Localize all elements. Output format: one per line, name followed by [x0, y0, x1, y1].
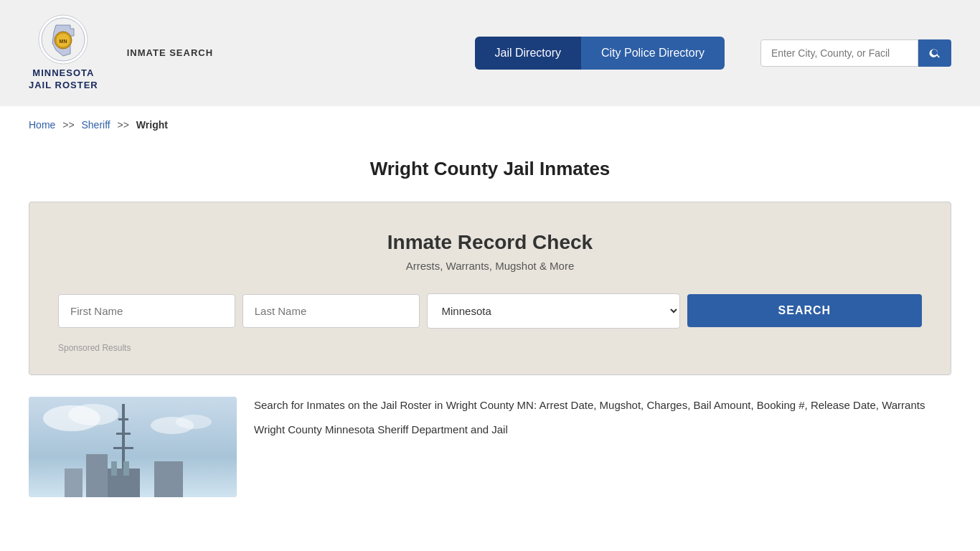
content-illustration: [29, 397, 237, 497]
svg-rect-12: [116, 433, 131, 435]
header-search-button[interactable]: [918, 39, 951, 67]
content-text: Search for Inmates on the Jail Roster in…: [254, 397, 951, 497]
state-select[interactable]: AlabamaAlaskaArizonaArkansasCaliforniaCo…: [427, 293, 680, 329]
content-image-inner: [29, 397, 237, 497]
city-police-directory-button[interactable]: City Police Directory: [581, 37, 725, 70]
svg-text:MN: MN: [60, 39, 67, 44]
breadcrumb-current: Wright: [136, 119, 168, 131]
breadcrumb-separator-1: >>: [62, 119, 74, 131]
svg-point-7: [68, 404, 118, 425]
header-search-bar: [760, 39, 951, 67]
breadcrumb-separator-2: >>: [118, 119, 129, 131]
sponsored-results-label: Sponsored Results: [58, 343, 922, 353]
header-search-input[interactable]: [760, 39, 918, 67]
breadcrumb-sheriff[interactable]: Sheriff: [82, 119, 110, 131]
svg-rect-17: [86, 454, 108, 497]
svg-rect-16: [123, 461, 129, 476]
content-description-1: Search for Inmates on the Jail Roster in…: [254, 397, 951, 414]
site-logo[interactable]: MN MINNESOTA JAIL ROSTER: [29, 14, 98, 92]
record-check-form: AlabamaAlaskaArizonaArkansasCaliforniaCo…: [58, 293, 922, 329]
record-check-search-button[interactable]: SEARCH: [687, 294, 922, 327]
logo-text: MINNESOTA JAIL ROSTER: [29, 67, 98, 92]
first-name-input[interactable]: [58, 294, 235, 328]
svg-rect-18: [154, 461, 183, 497]
svg-rect-15: [111, 461, 117, 476]
inmate-search-link[interactable]: INMATE SEARCH: [127, 47, 213, 58]
svg-rect-10: [122, 404, 125, 468]
page-title: Wright County Jail Inmates: [0, 158, 980, 180]
svg-rect-13: [113, 447, 133, 449]
svg-point-9: [176, 415, 212, 429]
record-check-title: Inmate Record Check: [58, 231, 922, 254]
last-name-input[interactable]: [242, 294, 420, 328]
svg-rect-11: [118, 418, 128, 420]
svg-rect-19: [65, 468, 83, 497]
header-nav: Jail Directory City Police Directory: [475, 37, 725, 70]
breadcrumb-home[interactable]: Home: [29, 119, 55, 131]
content-description-2: Wright County Minnesota Sheriff Departme…: [254, 421, 951, 438]
logo-icon: MN: [38, 14, 88, 65]
record-check-box: Inmate Record Check Arrests, Warrants, M…: [29, 202, 951, 375]
site-header: MN MINNESOTA JAIL ROSTER INMATE SEARCH J…: [0, 0, 980, 106]
search-icon: [928, 47, 941, 60]
content-section: Search for Inmates on the Jail Roster in…: [29, 397, 951, 497]
breadcrumb: Home >> Sheriff >> Wright: [0, 106, 980, 143]
jail-directory-button[interactable]: Jail Directory: [475, 37, 581, 70]
content-image: [29, 397, 237, 497]
record-check-subtitle: Arrests, Warrants, Mugshot & More: [58, 260, 922, 272]
